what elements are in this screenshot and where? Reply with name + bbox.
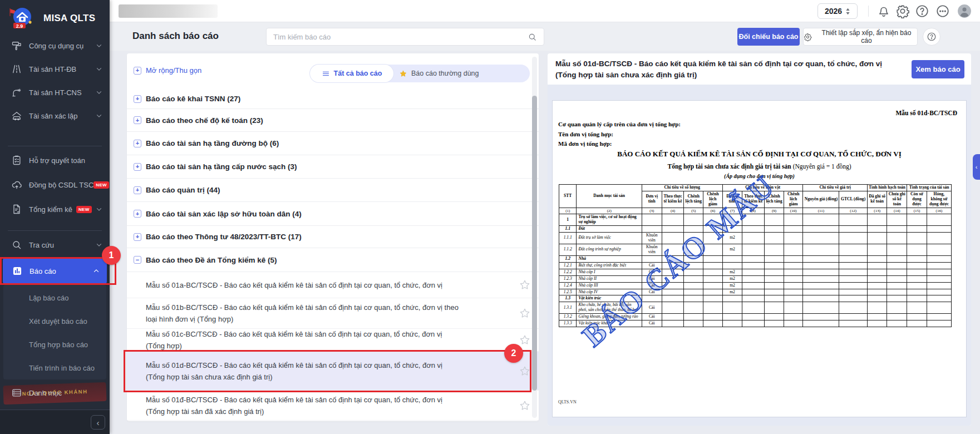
expand-collapse-all-link[interactable]: + Mở rộng/Thu gọn [134,66,201,75]
report-category-row[interactable]: +Báo cáo tài sản hạ tầng đường bộ (6) [127,132,539,155]
report-table-cell [684,214,703,226]
report-table-cell [803,269,839,275]
sidebar-item-label: Tổng kiểm kê [29,205,72,214]
chevron-down-icon [95,65,103,73]
report-row[interactable]: Mẫu số 01b-BC/TSCĐ - Báo cáo kết quả kiể… [127,298,539,329]
sidebar-collapse-button[interactable]: ‹ [91,415,105,430]
expand-icon[interactable]: + [134,210,141,218]
report-table-cell [765,244,784,255]
view-report-button[interactable]: Xem báo cáo [912,60,964,78]
favorite-star-icon[interactable] [519,400,531,412]
expand-icon[interactable]: + [134,140,141,147]
report-table-cell [907,244,927,255]
tab-all-reports[interactable]: Tất cả báo cáo [310,65,393,82]
sidebar-item-danh-muc[interactable]: Danh mục [0,381,110,405]
year-stepper-icon[interactable] [845,7,850,16]
house-car-icon [11,110,22,121]
expand-icon[interactable]: + [134,233,141,241]
report-settings-button[interactable]: Thiết lập sắp xếp, ẩn hiện báo cáo [803,28,918,46]
report-table-cell [887,255,907,262]
favorite-star-icon[interactable] [519,279,531,291]
report-category-row[interactable]: +Báo cáo quản trị (44) [127,179,539,202]
report-search-box[interactable] [266,28,544,46]
sidebar-subitem[interactable]: Xét duyệt báo cáo [3,309,106,333]
report-table-cell: m2 [722,275,742,282]
sidebar-item-bao-cao[interactable]: Báo cáo [3,258,107,284]
sidebar-item-tai-san-ht-cns[interactable]: Tài sản HT-CNS [0,81,110,104]
chevron-down-icon [95,241,103,249]
report-table-cell [662,232,684,244]
help-button[interactable] [915,4,929,18]
notification-bell-button[interactable] [876,4,891,18]
sidebar-item-label: Danh mục [29,389,62,397]
favorite-star-icon[interactable] [519,307,531,319]
report-table-cell: (11) [803,208,839,214]
search-input[interactable] [273,33,528,41]
more-options-button[interactable] [935,4,950,18]
document-org-lines: Cơ quan quản lý cấp trên của đơn vị tổng… [558,120,681,149]
compare-reports-button[interactable]: Đối chiếu báo cáo [737,28,800,46]
category-label: Báo cáo theo chế độ kế toán (23) [146,116,263,125]
report-table-cell [742,314,765,320]
report-row[interactable]: Mẫu số 01a-BC/TSCĐ - Báo cáo kết quả kiể… [127,272,539,298]
sidebar-subitem[interactable]: Lập báo cáo [3,286,106,309]
collapse-icon[interactable]: − [134,256,141,264]
search-icon[interactable] [528,32,537,42]
report-table-cell: Chỉ tiêu về số lượng [642,185,722,191]
report-table-cell [684,295,703,302]
expand-icon[interactable]: + [134,186,141,194]
sidebar-item-tai-san-ht-db[interactable]: Tài sản HT-ĐB [0,57,110,81]
preview-scroll-area[interactable]: Mẫu số 01d-BC/TSCĐ Cơ quan quản lý cấp t… [548,85,971,426]
expand-icon[interactable]: + [134,163,141,171]
report-table-cell [662,295,684,302]
settings-gear-button[interactable] [895,4,910,18]
tab-favorite-reports[interactable]: Báo cáo thường dùng [393,65,485,82]
favorite-star-icon[interactable] [519,334,531,346]
report-table-cell [722,255,742,262]
report-row[interactable]: Mẫu số 01c-BC/TSCĐ - Báo cáo kết quả kiể… [127,329,539,352]
sidebar-subitem[interactable]: Tiến trình in báo cáo [3,356,106,379]
report-category-row[interactable]: −Báo cáo theo Đề án Tổng kiểm kê (5) [127,248,539,272]
report-table-cell [839,214,867,226]
report-table: STTDanh mục tài sảnChỉ tiêu về số lượngC… [559,184,952,327]
report-category-row[interactable]: +Báo cáo tài sản hạ tầng cấp nước sạch (… [127,155,539,179]
report-label: Mẫu số 01d-BC/TSCĐ - Báo cáo kết quả kiể… [146,359,460,383]
list-help-button[interactable] [923,28,940,46]
sidebar-subitem[interactable]: Tổng hợp báo cáo [3,333,106,356]
app-logo[interactable]: 2.9 MISA QLTS [0,4,110,32]
sidebar-item-dong-bo-csdl-tsc[interactable]: Đồng bộ CSDL TSCNEW [0,172,110,197]
sidebar-item-label: Tài sản xác lập [29,112,77,120]
list-scrollbar-thumb[interactable] [532,96,537,391]
pipe-icon [11,87,22,98]
report-table-cell [703,314,723,320]
expand-icon[interactable]: + [134,116,141,124]
list-scrollbar[interactable] [532,57,537,418]
report-row[interactable]: Mẫu số 01d-BC/TSCĐ - Báo cáo kết quả kiể… [127,352,539,391]
fiscal-year-selector[interactable]: 2026 [818,3,858,19]
sidebar-item-ho-tro-quyet-toan[interactable]: Hỗ trợ quyết toán [0,148,110,172]
report-table-cell [765,225,784,232]
report-category-row[interactable]: +Báo cáo theo Thông tư 48/2023/TT-BTC (1… [127,226,539,248]
sidebar-item-tra-cuu[interactable]: Tra cứu [0,233,110,257]
sidebar-item-tai-san-xac-lap[interactable]: Tài sản xác lập [0,104,110,127]
favorite-star-icon[interactable] [519,365,531,377]
report-table-cell: Còn sử dụng được [907,191,927,208]
sidebar-item-cong-cu-dung-cu[interactable]: Công cụ dụng cụ [0,34,110,57]
report-table-cell [887,275,907,282]
report-table-cell [684,255,703,262]
report-table-cell: (16) [927,208,951,214]
report-table-cell [703,282,723,289]
org-line: Tên đơn vị tổng hợp: [558,130,681,140]
panel-collapse-handle[interactable]: ‹ [973,154,980,180]
report-row[interactable]: Mẫu số 01đ-BC/TSCĐ - Báo cáo kết quả kiể… [127,391,539,421]
report-category-row[interactable]: +Báo cáo tài sản xác lập sở hữu toàn dân… [127,202,539,226]
sidebar-item-tong-kiem-ke[interactable]: Tổng kiểm kêNEW [0,197,110,221]
sidebar-item-label: Công cụ dụng cụ [29,42,83,50]
user-avatar[interactable] [957,4,972,18]
report-table-cell [803,225,839,232]
report-category-row[interactable]: +Báo cáo theo chế độ kế toán (23) [127,109,539,132]
report-table-cell: 1.3.1 [559,302,577,314]
report-category-row[interactable]: +Báo cáo kê khai TSNN (27) [127,89,539,109]
expand-icon[interactable]: + [134,95,141,103]
report-table-cell [742,289,765,295]
